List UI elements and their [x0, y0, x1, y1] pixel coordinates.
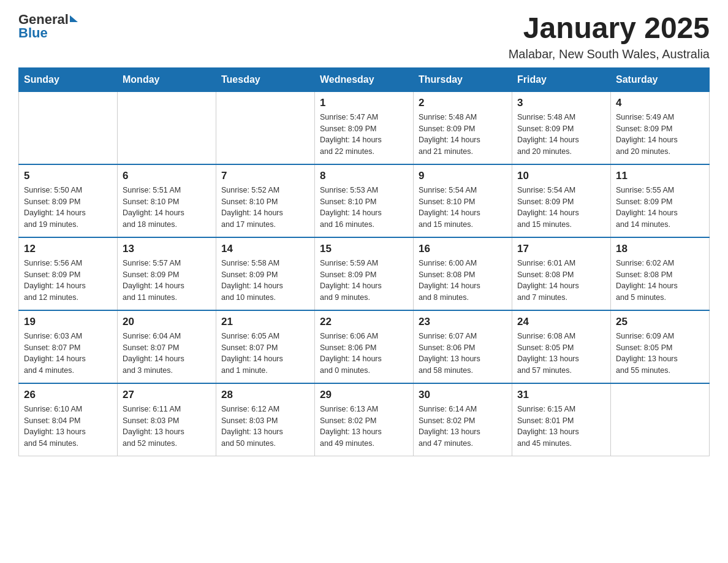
day-number: 24	[517, 316, 605, 328]
calendar-cell: 6Sunrise: 5:51 AM Sunset: 8:10 PM Daylig…	[118, 164, 216, 237]
calendar-cell: 22Sunrise: 6:06 AM Sunset: 8:06 PM Dayli…	[315, 310, 414, 383]
logo-arrow-icon	[70, 15, 78, 22]
day-info: Sunrise: 6:15 AM Sunset: 8:01 PM Dayligh…	[517, 404, 605, 450]
weekday-header: Friday	[512, 67, 611, 91]
day-number: 20	[123, 316, 211, 328]
day-number: 23	[419, 316, 507, 328]
calendar-cell: 29Sunrise: 6:13 AM Sunset: 8:02 PM Dayli…	[315, 383, 414, 456]
day-info: Sunrise: 6:07 AM Sunset: 8:06 PM Dayligh…	[419, 331, 507, 377]
weekday-header: Tuesday	[216, 67, 315, 91]
day-info: Sunrise: 6:01 AM Sunset: 8:08 PM Dayligh…	[517, 258, 605, 304]
logo-blue: Blue	[18, 25, 48, 40]
day-number: 14	[221, 243, 309, 255]
day-info: Sunrise: 6:06 AM Sunset: 8:06 PM Dayligh…	[320, 331, 408, 377]
day-info: Sunrise: 6:09 AM Sunset: 8:05 PM Dayligh…	[616, 331, 704, 377]
calendar-cell: 31Sunrise: 6:15 AM Sunset: 8:01 PM Dayli…	[512, 383, 611, 456]
calendar-cell: 23Sunrise: 6:07 AM Sunset: 8:06 PM Dayli…	[414, 310, 512, 383]
weekday-header: Monday	[118, 67, 216, 91]
calendar-cell: 7Sunrise: 5:52 AM Sunset: 8:10 PM Daylig…	[216, 164, 315, 237]
day-info: Sunrise: 6:00 AM Sunset: 8:08 PM Dayligh…	[419, 258, 507, 304]
calendar-cell: 20Sunrise: 6:04 AM Sunset: 8:07 PM Dayli…	[118, 310, 216, 383]
calendar-cell	[216, 91, 315, 164]
weekday-header: Sunday	[19, 67, 118, 91]
calendar-cell: 5Sunrise: 5:50 AM Sunset: 8:09 PM Daylig…	[19, 164, 118, 237]
calendar-cell: 24Sunrise: 6:08 AM Sunset: 8:05 PM Dayli…	[512, 310, 611, 383]
day-number: 5	[24, 170, 112, 182]
calendar-cell: 27Sunrise: 6:11 AM Sunset: 8:03 PM Dayli…	[118, 383, 216, 456]
calendar-cell: 4Sunrise: 5:49 AM Sunset: 8:09 PM Daylig…	[611, 91, 710, 164]
calendar-cell: 18Sunrise: 6:02 AM Sunset: 8:08 PM Dayli…	[611, 237, 710, 310]
calendar-cell: 13Sunrise: 5:57 AM Sunset: 8:09 PM Dayli…	[118, 237, 216, 310]
calendar-cell: 9Sunrise: 5:54 AM Sunset: 8:10 PM Daylig…	[414, 164, 512, 237]
day-info: Sunrise: 6:02 AM Sunset: 8:08 PM Dayligh…	[616, 258, 704, 304]
day-number: 25	[616, 316, 704, 328]
logo: General Blue	[18, 12, 78, 40]
calendar-cell: 17Sunrise: 6:01 AM Sunset: 8:08 PM Dayli…	[512, 237, 611, 310]
calendar-cell	[118, 91, 216, 164]
main-title: January 2025	[509, 12, 710, 45]
calendar-cell: 8Sunrise: 5:53 AM Sunset: 8:10 PM Daylig…	[315, 164, 414, 237]
day-info: Sunrise: 5:48 AM Sunset: 8:09 PM Dayligh…	[517, 112, 605, 158]
subtitle: Malabar, New South Wales, Australia	[509, 47, 710, 61]
day-info: Sunrise: 5:55 AM Sunset: 8:09 PM Dayligh…	[616, 185, 704, 231]
day-info: Sunrise: 5:53 AM Sunset: 8:10 PM Dayligh…	[320, 185, 408, 231]
title-block: January 2025 Malabar, New South Wales, A…	[509, 12, 710, 61]
day-info: Sunrise: 6:05 AM Sunset: 8:07 PM Dayligh…	[221, 331, 309, 377]
weekday-header: Thursday	[414, 67, 512, 91]
day-number: 27	[123, 389, 211, 401]
calendar-cell: 10Sunrise: 5:54 AM Sunset: 8:09 PM Dayli…	[512, 164, 611, 237]
day-number: 7	[221, 170, 309, 182]
day-number: 22	[320, 316, 408, 328]
calendar-table: SundayMondayTuesdayWednesdayThursdayFrid…	[18, 67, 710, 456]
page-header: General Blue January 2025 Malabar, New S…	[18, 12, 710, 61]
day-info: Sunrise: 5:54 AM Sunset: 8:10 PM Dayligh…	[419, 185, 507, 231]
day-number: 11	[616, 170, 704, 182]
day-info: Sunrise: 5:47 AM Sunset: 8:09 PM Dayligh…	[320, 112, 408, 158]
day-number: 15	[320, 243, 408, 255]
weekday-header: Wednesday	[315, 67, 414, 91]
day-info: Sunrise: 6:11 AM Sunset: 8:03 PM Dayligh…	[123, 404, 211, 450]
day-number: 1	[320, 97, 408, 109]
calendar-cell: 28Sunrise: 6:12 AM Sunset: 8:03 PM Dayli…	[216, 383, 315, 456]
day-info: Sunrise: 5:49 AM Sunset: 8:09 PM Dayligh…	[616, 112, 704, 158]
day-number: 4	[616, 97, 704, 109]
calendar-cell	[19, 91, 118, 164]
day-info: Sunrise: 5:59 AM Sunset: 8:09 PM Dayligh…	[320, 258, 408, 304]
day-info: Sunrise: 5:58 AM Sunset: 8:09 PM Dayligh…	[221, 258, 309, 304]
day-number: 19	[24, 316, 112, 328]
day-info: Sunrise: 5:52 AM Sunset: 8:10 PM Dayligh…	[221, 185, 309, 231]
calendar-cell: 15Sunrise: 5:59 AM Sunset: 8:09 PM Dayli…	[315, 237, 414, 310]
day-number: 26	[24, 389, 112, 401]
day-number: 29	[320, 389, 408, 401]
day-number: 10	[517, 170, 605, 182]
day-info: Sunrise: 6:10 AM Sunset: 8:04 PM Dayligh…	[24, 404, 112, 450]
day-info: Sunrise: 5:48 AM Sunset: 8:09 PM Dayligh…	[419, 112, 507, 158]
calendar-cell: 11Sunrise: 5:55 AM Sunset: 8:09 PM Dayli…	[611, 164, 710, 237]
day-info: Sunrise: 6:14 AM Sunset: 8:02 PM Dayligh…	[419, 404, 507, 450]
day-info: Sunrise: 6:04 AM Sunset: 8:07 PM Dayligh…	[123, 331, 211, 377]
day-number: 8	[320, 170, 408, 182]
day-info: Sunrise: 5:56 AM Sunset: 8:09 PM Dayligh…	[24, 258, 112, 304]
calendar-cell: 1Sunrise: 5:47 AM Sunset: 8:09 PM Daylig…	[315, 91, 414, 164]
day-info: Sunrise: 5:51 AM Sunset: 8:10 PM Dayligh…	[123, 185, 211, 231]
day-number: 2	[419, 97, 507, 109]
day-number: 6	[123, 170, 211, 182]
calendar-cell: 3Sunrise: 5:48 AM Sunset: 8:09 PM Daylig…	[512, 91, 611, 164]
day-number: 16	[419, 243, 507, 255]
calendar-cell: 25Sunrise: 6:09 AM Sunset: 8:05 PM Dayli…	[611, 310, 710, 383]
day-number: 13	[123, 243, 211, 255]
day-number: 12	[24, 243, 112, 255]
day-number: 28	[221, 389, 309, 401]
day-info: Sunrise: 5:50 AM Sunset: 8:09 PM Dayligh…	[24, 185, 112, 231]
day-info: Sunrise: 5:54 AM Sunset: 8:09 PM Dayligh…	[517, 185, 605, 231]
calendar-cell: 12Sunrise: 5:56 AM Sunset: 8:09 PM Dayli…	[19, 237, 118, 310]
day-number: 31	[517, 389, 605, 401]
day-info: Sunrise: 6:13 AM Sunset: 8:02 PM Dayligh…	[320, 404, 408, 450]
calendar-cell: 2Sunrise: 5:48 AM Sunset: 8:09 PM Daylig…	[414, 91, 512, 164]
calendar-cell: 30Sunrise: 6:14 AM Sunset: 8:02 PM Dayli…	[414, 383, 512, 456]
calendar-cell: 19Sunrise: 6:03 AM Sunset: 8:07 PM Dayli…	[19, 310, 118, 383]
calendar-cell: 26Sunrise: 6:10 AM Sunset: 8:04 PM Dayli…	[19, 383, 118, 456]
day-number: 30	[419, 389, 507, 401]
day-info: Sunrise: 6:08 AM Sunset: 8:05 PM Dayligh…	[517, 331, 605, 377]
day-number: 21	[221, 316, 309, 328]
